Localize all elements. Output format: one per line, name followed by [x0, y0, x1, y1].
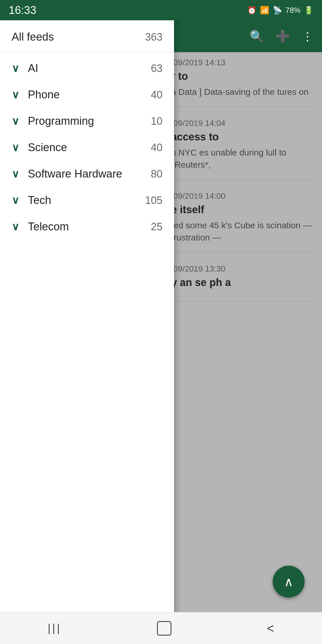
- feed-item-count-software-hardware: 80: [142, 168, 162, 180]
- feed-item-count-telecom: 25: [142, 221, 162, 233]
- bg-article-4: /09/2019 13:30 y an se ph a: [171, 264, 316, 301]
- article-3-body: ted some 45 k's Cube is scination — frus…: [171, 219, 316, 244]
- home-button[interactable]: [157, 621, 171, 636]
- article-3-title: e itself: [171, 204, 316, 216]
- back-icon: <: [267, 621, 274, 636]
- feed-item-label-telecom: Telecom: [28, 220, 142, 233]
- navigation-drawer: All feeds 363 ∨ AI 63 ∨ Phone 40 ∨ Progr…: [0, 0, 174, 644]
- bg-toolbar: 🔍 ➕ ⋮: [165, 20, 322, 52]
- feed-item-science[interactable]: ∨ Science 40: [0, 134, 174, 161]
- feed-item-label-phone: Phone: [28, 88, 142, 101]
- feed-item-ai[interactable]: ∨ AI 63: [0, 55, 174, 82]
- feed-item-count-science: 40: [142, 142, 162, 154]
- article-1-title: r to: [171, 70, 316, 82]
- battery-level: 78%: [285, 6, 301, 15]
- feed-list: ∨ AI 63 ∨ Phone 40 ∨ Programming 10 ∨ Sc…: [0, 52, 174, 613]
- chevron-up-icon: ∧: [284, 574, 293, 589]
- chevron-down-icon-science: ∨: [12, 142, 19, 154]
- feed-item-count-tech: 105: [142, 194, 162, 207]
- all-feeds-label: All feeds: [12, 31, 54, 43]
- bg-article-1: /09/2019 14:13 r to a Data ] Data-saving…: [171, 58, 316, 107]
- article-1-date: /09/2019 14:13: [171, 58, 316, 67]
- chevron-down-icon-telecom: ∨: [12, 221, 19, 233]
- bg-article-2: /09/2019 14:04 access to n NYC es unable…: [171, 119, 316, 180]
- chevron-down-icon-programming: ∨: [12, 115, 19, 127]
- nav-bar: ||| <: [0, 612, 322, 644]
- feed-item-telecom[interactable]: ∨ Telecom 25: [0, 214, 174, 240]
- feed-item-count-phone: 40: [142, 89, 162, 101]
- search-icon[interactable]: 🔍: [249, 30, 264, 43]
- all-feeds-row[interactable]: All feeds 363: [0, 20, 174, 52]
- article-2-title: access to: [171, 131, 316, 143]
- alarm-icon: ⏰: [247, 6, 256, 15]
- article-2-body: n NYC es unable during lull to *Reuters*…: [171, 146, 316, 171]
- feed-item-label-tech: Tech: [28, 194, 142, 207]
- chevron-down-icon-software-hardware: ∨: [12, 168, 19, 180]
- feed-item-label-programming: Programming: [28, 115, 142, 127]
- article-3-date: /09/2019 14:00: [171, 191, 316, 201]
- article-2-date: /09/2019 14:04: [171, 119, 316, 128]
- all-feeds-count: 363: [145, 31, 162, 43]
- chevron-down-icon-ai: ∨: [12, 62, 19, 75]
- status-time: 16:33: [9, 4, 36, 17]
- battery-icon: 🔋: [304, 6, 313, 15]
- recents-icon: |||: [48, 622, 61, 634]
- article-4-date: /09/2019 13:30: [171, 264, 316, 274]
- article-1-body: a Data ] Data-saving of the tures on: [171, 86, 316, 98]
- chevron-down-icon-tech: ∨: [12, 194, 19, 207]
- feed-item-label-software-hardware: Software Hardware: [28, 168, 142, 180]
- bg-content: /09/2019 14:13 r to a Data ] Data-saving…: [165, 52, 322, 644]
- add-icon[interactable]: ➕: [276, 30, 290, 43]
- feed-item-tech[interactable]: ∨ Tech 105: [0, 187, 174, 214]
- feed-item-count-programming: 10: [142, 115, 162, 127]
- home-icon: [157, 621, 171, 636]
- signal-icon: 📡: [273, 6, 282, 15]
- wifi-icon: 📶: [260, 6, 269, 15]
- recents-button[interactable]: |||: [48, 622, 61, 634]
- fab-scroll-top[interactable]: ∧: [273, 566, 305, 598]
- feed-item-label-science: Science: [28, 141, 142, 154]
- chevron-down-icon-phone: ∨: [12, 89, 19, 101]
- back-button[interactable]: <: [267, 621, 274, 636]
- status-icons: ⏰ 📶 📡 78% 🔋: [247, 6, 313, 15]
- feed-item-programming[interactable]: ∨ Programming 10: [0, 108, 174, 134]
- feed-item-phone[interactable]: ∨ Phone 40: [0, 82, 174, 108]
- status-bar: 16:33 ⏰ 📶 📡 78% 🔋: [0, 0, 322, 20]
- article-4-title: y an se ph a: [171, 276, 316, 289]
- bg-article-3: /09/2019 14:00 e itself ted some 45 k's …: [171, 191, 316, 253]
- feed-item-label-ai: AI: [28, 62, 142, 75]
- feed-item-software-hardware[interactable]: ∨ Software Hardware 80: [0, 161, 174, 187]
- feed-item-count-ai: 63: [142, 62, 162, 75]
- more-icon[interactable]: ⋮: [302, 30, 313, 43]
